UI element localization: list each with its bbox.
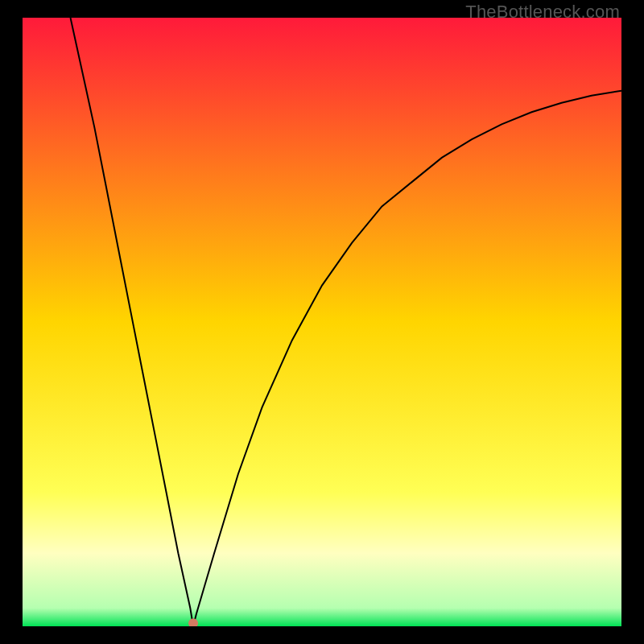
watermark-text: TheBottleneck.com [465, 2, 620, 23]
chart-background [23, 18, 621, 626]
chart-plot [23, 18, 621, 626]
chart-frame: TheBottleneck.com [0, 0, 644, 644]
